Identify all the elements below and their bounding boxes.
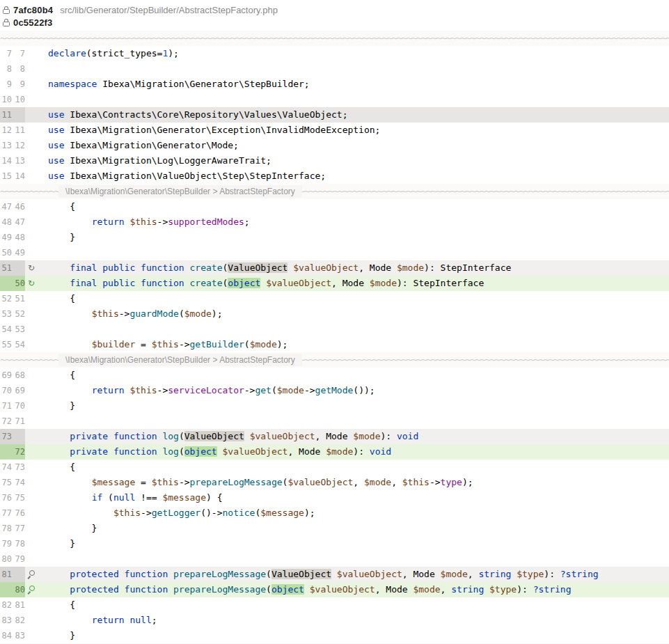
code-line[interactable]: { [48, 368, 669, 383]
code-token: Mode [326, 431, 347, 441]
code-token: $message [92, 477, 136, 487]
code-line[interactable]: } [48, 628, 669, 643]
line-numbers: 5554 [0, 337, 25, 352]
code-line[interactable] [48, 245, 669, 260]
code-line[interactable]: private function log(object $valueObject… [48, 444, 669, 460]
code-token: function [113, 446, 157, 457]
code-token: ): [380, 431, 396, 441]
code-line[interactable] [48, 92, 669, 107]
code-token: !== [135, 492, 162, 503]
code-line[interactable]: final public function create(object $val… [48, 276, 669, 291]
line-numbers: 4948 [0, 230, 25, 245]
code-token: object [184, 446, 217, 457]
code-token [48, 477, 92, 487]
code-line[interactable]: protected function prepareLogMessage(Val… [48, 567, 669, 582]
code-line[interactable]: } [48, 398, 669, 414]
circular-arrow-icon[interactable]: ↻ [26, 278, 36, 288]
collapsed-region-label[interactable]: \Ibexa\Migration\Generator\StepBuilder >… [58, 185, 302, 198]
code-line[interactable] [48, 414, 669, 429]
code-token: Mode [386, 584, 407, 595]
diff-line: 4746 { [0, 199, 669, 214]
code-line[interactable]: { [48, 291, 669, 306]
diff-line: 99namespace Ibexa\Migration\Generator\St… [0, 77, 669, 92]
line-number-old: 81 [1, 567, 12, 582]
code-line[interactable]: } [48, 521, 669, 536]
code-line[interactable]: namespace Ibexa\Migration\Generator\Step… [48, 77, 669, 92]
code-line[interactable]: { [48, 199, 669, 214]
code-line[interactable]: protected function prepareLogMessage(obj… [48, 582, 669, 597]
code-token: void [397, 431, 418, 441]
diff-line: 7776 $this->getLogger()->notice($message… [0, 505, 669, 521]
gutter [25, 61, 48, 77]
code-line[interactable]: } [48, 230, 669, 245]
code-token: $valueObject [223, 446, 288, 457]
gutter [25, 536, 48, 551]
gutter [25, 628, 48, 643]
gutter [25, 337, 48, 352]
code-line[interactable]: if (null !== $message) { [48, 490, 669, 505]
code-token: } [48, 232, 75, 242]
code-line[interactable]: final public function create(ValueObject… [48, 260, 669, 276]
line-numbers: 7877 [0, 521, 25, 536]
line-number-new [14, 260, 25, 276]
code-line[interactable]: return null; [48, 613, 669, 628]
code-token: null [113, 492, 135, 503]
code-token [48, 278, 70, 288]
line-number-new: 83 [14, 628, 25, 643]
code-token: $valueObject [310, 584, 375, 595]
line-number-old: 75 [1, 475, 12, 490]
gutter [25, 490, 48, 505]
code-line[interactable]: use Ibexa\Contracts\Core\Repository\Valu… [48, 107, 669, 123]
diff-line: 7574 $message = $this->prepareLogMessage… [0, 475, 669, 490]
code-token: -> [244, 385, 255, 395]
code-token: ; [244, 217, 250, 227]
code-line[interactable] [48, 551, 669, 567]
code-line[interactable]: $builder = $this->getBuilder($mode); [48, 337, 669, 352]
diff-view[interactable]: 77declare(strict_types=1);8899namespace … [0, 31, 669, 644]
magnifier-icon[interactable] [26, 570, 36, 579]
code-token: -> [304, 385, 315, 395]
line-number-new: 80 [14, 582, 25, 597]
line-number-new: 70 [14, 398, 25, 414]
code-token: ( [266, 569, 271, 579]
code-line[interactable]: use Ibexa\Migration\Generator\Mode; [48, 138, 669, 153]
gutter [25, 107, 48, 123]
code-line[interactable]: { [48, 597, 669, 613]
code-line[interactable] [48, 61, 669, 77]
code-line[interactable]: $message = $this->prepareLogMessage($val… [48, 475, 669, 490]
code-token [48, 569, 70, 579]
line-numbers: 1413 [0, 153, 25, 168]
code-line[interactable]: declare(strict_types=1); [48, 46, 669, 61]
code-line[interactable]: use Ibexa\Migration\Log\LoggerAwareTrait… [48, 153, 669, 168]
code-line[interactable]: private function log(ValueObject $valueO… [48, 429, 669, 444]
code-token: ValueObject [184, 431, 244, 441]
magnifier-icon[interactable] [26, 585, 36, 595]
code-token: , [331, 278, 343, 288]
gutter [25, 582, 48, 597]
line-numbers: 4847 [0, 214, 25, 230]
code-token: $mode [250, 339, 277, 350]
gutter [25, 444, 48, 460]
line-number-new: 10 [14, 92, 25, 107]
code-line[interactable]: $this->guardMode($mode); [48, 306, 669, 322]
diff-line: 72 private function log(object $valueObj… [0, 444, 669, 460]
code-line[interactable]: return $this->serviceLocator->get($mode-… [48, 383, 669, 398]
code-line[interactable]: } [48, 536, 669, 551]
code-token: ); [462, 477, 473, 487]
code-line[interactable]: use Ibexa\Migration\ValueObject\Step\Ste… [48, 168, 669, 184]
code-line[interactable] [48, 322, 669, 337]
circular-arrow-icon[interactable]: ↻ [26, 263, 36, 273]
code-line[interactable]: $this->getLogger()->notice($message); [48, 505, 669, 521]
line-number-old: 54 [1, 322, 12, 337]
line-number-old [1, 276, 12, 291]
code-line[interactable]: use Ibexa\Migration\Generator\Exception\… [48, 123, 669, 138]
code-token: ()-> [200, 508, 222, 518]
collapsed-region-label[interactable]: \Ibexa\Migration\Generator\StepBuilder >… [58, 354, 302, 366]
line-numbers: 7574 [0, 475, 25, 490]
code-line[interactable]: return $this->supportedModes; [48, 214, 669, 230]
line-number-old: 69 [1, 368, 12, 383]
code-token [48, 492, 92, 503]
diff-line: 51↻ final public function create(ValueOb… [0, 260, 669, 276]
code-token: guardMode [129, 308, 178, 319]
code-line[interactable]: { [48, 460, 669, 475]
